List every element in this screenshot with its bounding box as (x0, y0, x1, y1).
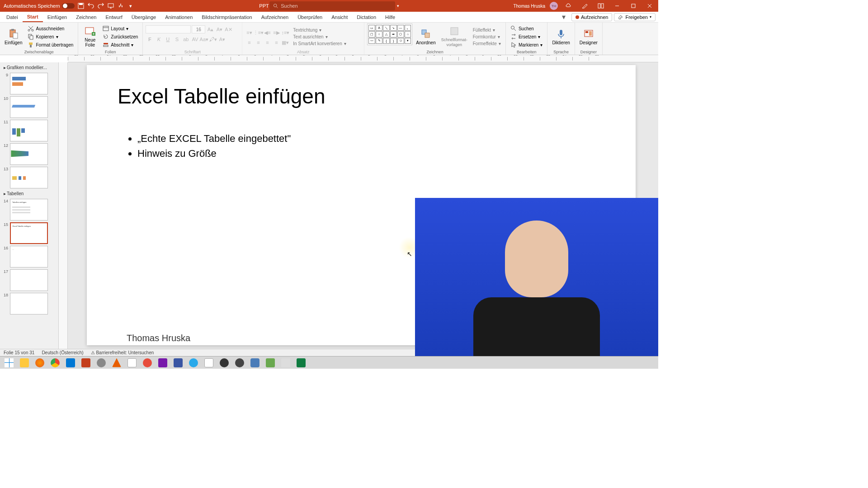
new-slide-button[interactable]: Neue Folie (81, 23, 99, 50)
chrome-button[interactable] (48, 357, 62, 368)
slide-thumb-10[interactable] (10, 96, 48, 118)
maximize-icon[interactable] (627, 2, 639, 10)
shape-textbox-icon[interactable]: A (376, 25, 382, 31)
align-text-button[interactable]: Text ausrichten ▾ (291, 34, 348, 40)
touch-mode-icon[interactable] (117, 2, 124, 9)
slide-thumb-18[interactable] (10, 293, 48, 314)
shape-rect2-icon[interactable]: ▢ (368, 31, 375, 37)
app-button-3[interactable] (140, 357, 155, 368)
tab-ueberpruefen[interactable]: Überprüfen (293, 12, 327, 22)
tab-entwurf[interactable]: Entwurf (101, 12, 127, 22)
telegram-button[interactable] (186, 357, 201, 368)
slide-body[interactable]: „Echte EXCEL Tabelle eingebettet" Hinwei… (128, 132, 291, 162)
cloud-icon[interactable] (562, 2, 574, 10)
shape-hex-icon[interactable]: ⬡ (397, 31, 404, 37)
close-icon[interactable] (644, 2, 656, 10)
outline-button[interactable]: Formkontur ▾ (471, 34, 503, 40)
case-icon[interactable]: Aa▾ (200, 35, 208, 43)
shape-connector-icon[interactable]: ⸤ (405, 25, 411, 31)
freigeben-button[interactable]: Freigeben▾ (614, 13, 656, 21)
slide-thumb-12[interactable] (10, 143, 48, 165)
app-button-6[interactable] (248, 357, 262, 368)
minimize-icon[interactable] (611, 2, 623, 10)
obs-button[interactable] (217, 357, 231, 368)
collapse-ribbon-icon[interactable]: ▾ (558, 13, 570, 21)
user-name[interactable]: Thomas Hruska (513, 4, 545, 9)
columns-icon[interactable]: ▦▾ (281, 38, 289, 47)
file-explorer-button[interactable] (17, 357, 32, 368)
spacing-icon[interactable]: AV (191, 35, 199, 43)
align-right-icon[interactable]: ≡ (263, 38, 271, 47)
font-family-select[interactable] (146, 25, 191, 33)
strikethrough-icon[interactable]: S (173, 35, 181, 43)
tab-datei[interactable]: Datei (2, 12, 23, 22)
tab-hilfe[interactable]: Hilfe (381, 12, 400, 22)
shape-triangle-icon[interactable]: △ (383, 31, 390, 37)
language-indicator[interactable]: Deutsch (Österreich) (42, 350, 83, 355)
search-box[interactable] (269, 1, 395, 10)
search-input[interactable] (281, 3, 392, 9)
increase-font-icon[interactable]: A▴ (206, 25, 214, 33)
shape-more-icon[interactable]: ▾ (405, 38, 411, 44)
window-layout-icon[interactable] (595, 2, 607, 10)
arrange-button[interactable]: Anordnen (414, 23, 437, 50)
smartart-button[interactable]: In SmartArt konvertieren ▾ (291, 41, 348, 47)
shape-line-icon[interactable]: ＼ (383, 25, 390, 31)
replace-button[interactable]: Ersetzen ▾ (509, 33, 544, 40)
section-button[interactable]: Abschnitt ▾ (101, 41, 140, 48)
fill-button[interactable]: Fülleffekt ▾ (471, 27, 503, 33)
line-spacing-icon[interactable]: ↕≡▾ (281, 28, 289, 37)
font-size-input[interactable] (192, 25, 205, 33)
aufzeichnen-button[interactable]: Aufzeichnen (571, 13, 613, 21)
slide-thumb-14[interactable]: Tabellen einfügen (10, 199, 48, 221)
underline-icon[interactable]: U (164, 35, 172, 43)
decrease-font-icon[interactable]: A▾ (215, 25, 223, 33)
slide-thumbnail-panel[interactable]: ▸ Grafiken modellier... 9 10 11 12 13 ▸ … (0, 62, 59, 349)
toggle-switch-icon[interactable] (62, 3, 75, 9)
quick-styles-button[interactable]: Schnellformat- vorlagen (439, 23, 469, 50)
start-button[interactable] (2, 357, 16, 368)
accessibility-status[interactable]: ⚠ Barrierefreiheit: Untersuchen (91, 350, 154, 355)
section-header-grafiken[interactable]: ▸ Grafiken modellier... (2, 64, 57, 71)
title-dropdown-icon[interactable]: ▾ (397, 4, 399, 8)
highlight-icon[interactable]: 🖍▾ (209, 35, 217, 43)
tab-einfuegen[interactable]: Einfügen (43, 12, 71, 22)
slide-thumb-9[interactable] (10, 73, 48, 94)
bullets-icon[interactable]: ≡▾ (245, 28, 253, 37)
visio-button[interactable] (171, 357, 185, 368)
shape-rarrow-icon[interactable]: ➡ (390, 31, 397, 37)
tab-uebergaenge[interactable]: Übergänge (127, 12, 160, 22)
increase-indent-icon[interactable]: ≡▶ (272, 28, 280, 37)
effects-button[interactable]: Formeffekte ▾ (471, 41, 503, 47)
shape-star-icon[interactable]: ☆ (405, 31, 411, 37)
present-from-start-icon[interactable] (107, 2, 114, 9)
app-button-4[interactable] (202, 357, 216, 368)
reset-button[interactable]: Zurücksetzen (101, 33, 140, 40)
shadow-icon[interactable]: ab (182, 35, 190, 43)
shape-brace2-icon[interactable]: } (390, 38, 397, 44)
firefox-button[interactable] (33, 357, 47, 368)
powerpoint-button[interactable] (79, 357, 93, 368)
user-avatar[interactable]: TH (550, 2, 558, 10)
italic-icon[interactable]: K (155, 35, 163, 43)
shape-curve-icon[interactable]: 〰 (368, 38, 375, 44)
tab-zeichnen[interactable]: Zeichnen (71, 12, 101, 22)
shape-callout-icon[interactable]: ◇ (397, 38, 404, 44)
undo-icon[interactable] (87, 2, 94, 9)
save-icon[interactable] (77, 2, 85, 9)
slide-thumb-15[interactable]: Excel Tabelle einfügen (10, 222, 48, 244)
slide-thumb-13[interactable] (10, 167, 48, 188)
shape-rect-icon[interactable]: ▭ (368, 25, 375, 31)
shapes-gallery[interactable]: ▭ A ＼ ↘ — ⸤ ▢ ○ △ ➡ ⬡ ☆ 〰 ✎ { } ◇ ▾ (367, 23, 412, 45)
font-color-icon[interactable]: A▾ (218, 35, 226, 43)
format-painter-button[interactable]: Format übertragen (26, 41, 75, 48)
clear-format-icon[interactable]: A✕ (224, 25, 232, 33)
qat-dropdown-icon[interactable]: ▾ (127, 2, 134, 9)
tab-start[interactable]: Start (23, 12, 43, 22)
app-button-1[interactable] (94, 357, 108, 368)
tab-ansicht[interactable]: Ansicht (327, 12, 352, 22)
app-button-7[interactable] (263, 357, 278, 368)
app-button-5[interactable] (232, 357, 247, 368)
tab-dictation[interactable]: Dictation (352, 12, 381, 22)
decrease-indent-icon[interactable]: ◀≡ (263, 28, 271, 37)
